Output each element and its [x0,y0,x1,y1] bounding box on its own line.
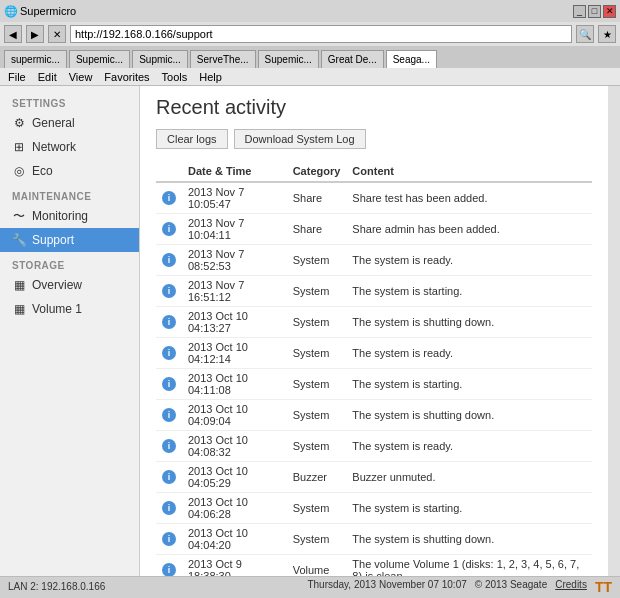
sidebar-item-network[interactable]: ⊞ Network [0,135,139,159]
page-title: Recent activity [156,96,592,119]
table-row: i 2013 Oct 10 04:04:20 System The system… [156,524,592,555]
table-row: i 2013 Oct 10 04:13:27 System The system… [156,307,592,338]
row-icon-cell: i [156,245,182,276]
sidebar-item-general[interactable]: ⚙ General [0,111,139,135]
address-text: http://192.168.0.166/support [75,28,213,40]
table-row: i 2013 Oct 10 04:08:32 System The system… [156,431,592,462]
back-button[interactable]: ◀ [4,25,22,43]
menu-file[interactable]: File [8,71,26,83]
row-content: The system is ready. [346,338,592,369]
tab-0[interactable]: supermic... [4,50,67,68]
table-row: i 2013 Oct 9 18:38:30 Volume The volume … [156,555,592,577]
info-icon: i [162,408,176,422]
support-icon: 🔧 [12,233,26,247]
menu-view[interactable]: View [69,71,93,83]
network-icon: ⊞ [12,140,26,154]
table-row: i 2013 Oct 10 04:06:28 System The system… [156,493,592,524]
row-content: Buzzer unmuted. [346,462,592,493]
row-category: System [287,524,347,555]
row-content: The system is ready. [346,431,592,462]
title-bar: 🌐 Supermicro _ □ ✕ [0,0,620,22]
sidebar-label-overview: Overview [32,278,82,292]
sidebar-item-monitoring[interactable]: 〜 Monitoring [0,204,139,228]
row-datetime: 2013 Nov 7 16:51:12 [182,276,287,307]
minimize-button[interactable]: _ [573,5,586,18]
row-content: The system is starting. [346,369,592,400]
sidebar-section-title-settings: SETTINGS [0,94,139,111]
info-icon: i [162,346,176,360]
menu-favorites[interactable]: Favorites [104,71,149,83]
row-datetime: 2013 Oct 9 18:38:30 [182,555,287,577]
stop-button[interactable]: ✕ [48,25,66,43]
row-datetime: 2013 Oct 10 04:06:28 [182,493,287,524]
row-datetime: 2013 Oct 10 04:04:20 [182,524,287,555]
tab-1[interactable]: Supemic... [69,50,130,68]
maximize-button[interactable]: □ [588,5,601,18]
close-button[interactable]: ✕ [603,5,616,18]
row-icon-cell: i [156,307,182,338]
row-datetime: 2013 Nov 7 08:52:53 [182,245,287,276]
row-datetime: 2013 Nov 7 10:04:11 [182,214,287,245]
menu-edit[interactable]: Edit [38,71,57,83]
sidebar-section-settings: SETTINGS ⚙ General ⊞ Network ◎ Eco [0,94,139,183]
star-button[interactable]: ★ [598,25,616,43]
info-icon: i [162,563,176,576]
sidebar-item-support[interactable]: 🔧 Support [0,228,139,252]
col-header-category: Category [287,161,347,182]
row-category: Share [287,182,347,214]
row-datetime: 2013 Oct 10 04:08:32 [182,431,287,462]
sidebar-section-title-maintenance: MAINTENANCE [0,187,139,204]
row-category: Buzzer [287,462,347,493]
row-datetime: 2013 Oct 10 04:05:29 [182,462,287,493]
sidebar-label-network: Network [32,140,76,154]
search-button[interactable]: 🔍 [576,25,594,43]
row-icon-cell: i [156,400,182,431]
table-row: i 2013 Nov 7 10:04:11 Share Share admin … [156,214,592,245]
date-status: Thursday, 2013 November 07 10:07 [307,579,466,595]
row-icon-cell: i [156,462,182,493]
row-category: System [287,431,347,462]
tab-5[interactable]: Great De... [321,50,384,68]
row-icon-cell: i [156,431,182,462]
row-icon-cell: i [156,214,182,245]
window-title: Supermicro [20,5,76,17]
table-row: i 2013 Nov 7 16:51:12 System The system … [156,276,592,307]
menu-tools[interactable]: Tools [162,71,188,83]
tab-4[interactable]: Supemic... [258,50,319,68]
tab-3[interactable]: ServeThe... [190,50,256,68]
scrollbar[interactable] [608,86,620,576]
sidebar-label-volume1: Volume 1 [32,302,82,316]
gear-icon: ⚙ [12,116,26,130]
menu-help[interactable]: Help [199,71,222,83]
sidebar-item-volume1[interactable]: ▦ Volume 1 [0,297,139,321]
sidebar-section-storage: STORAGE ▦ Overview ▦ Volume 1 [0,256,139,321]
main-layout: SETTINGS ⚙ General ⊞ Network ◎ Eco MAINT… [0,86,620,576]
col-header-datetime: Date & Time [182,161,287,182]
col-header-content: Content [346,161,592,182]
download-log-button[interactable]: Download System Log [234,129,366,149]
logo: TT [595,579,612,595]
sidebar-item-eco[interactable]: ◎ Eco [0,159,139,183]
logo-text: TT [595,579,612,595]
sidebar-item-overview[interactable]: ▦ Overview [0,273,139,297]
row-category: System [287,493,347,524]
tab-6[interactable]: Seaga... [386,50,437,68]
info-icon: i [162,377,176,391]
info-icon: i [162,191,176,205]
row-datetime: 2013 Oct 10 04:11:08 [182,369,287,400]
forward-button[interactable]: ▶ [26,25,44,43]
status-left: LAN 2: 192.168.0.166 [8,581,105,592]
info-icon: i [162,470,176,484]
address-bar[interactable]: http://192.168.0.166/support [70,25,572,43]
tab-2[interactable]: Supmic... [132,50,188,68]
log-table: Date & Time Category Content i 2013 Nov … [156,161,592,576]
row-content: The system is starting. [346,276,592,307]
row-category: System [287,245,347,276]
info-icon: i [162,284,176,298]
row-content: The system is starting. [346,493,592,524]
volume-icon: ▦ [12,302,26,316]
clear-logs-button[interactable]: Clear logs [156,129,228,149]
col-header-icon [156,161,182,182]
row-content: The system is shutting down. [346,400,592,431]
credits-link[interactable]: Credits [555,579,587,595]
